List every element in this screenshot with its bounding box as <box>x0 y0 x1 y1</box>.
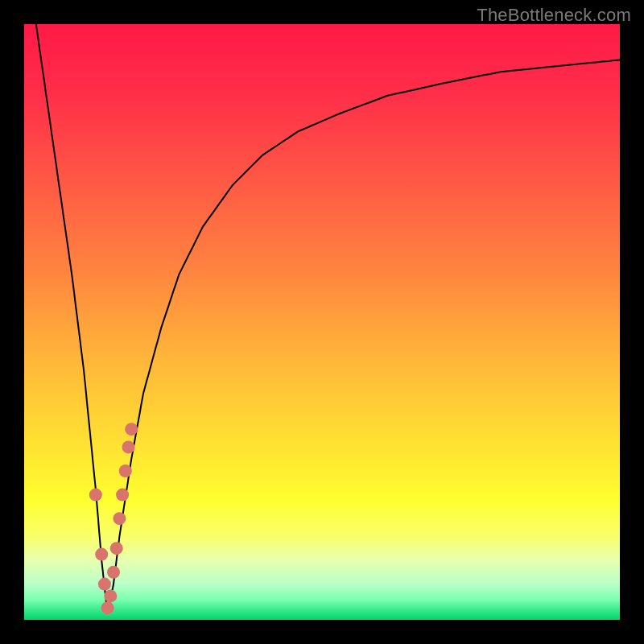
data-marker <box>104 589 117 602</box>
data-marker <box>122 440 135 453</box>
data-marker <box>98 578 111 591</box>
plot-area <box>24 24 620 620</box>
data-marker <box>113 512 126 525</box>
bottleneck-curve <box>24 24 620 620</box>
data-marker <box>95 548 108 561</box>
data-marker <box>107 566 120 579</box>
chart-frame: TheBottleneck.com <box>0 0 644 644</box>
watermark-text: TheBottleneck.com <box>477 5 631 26</box>
data-marker <box>119 464 132 477</box>
data-marker <box>101 601 114 614</box>
data-marker <box>110 542 123 555</box>
data-marker <box>125 423 138 436</box>
data-marker <box>116 489 129 502</box>
data-marker <box>89 489 102 502</box>
